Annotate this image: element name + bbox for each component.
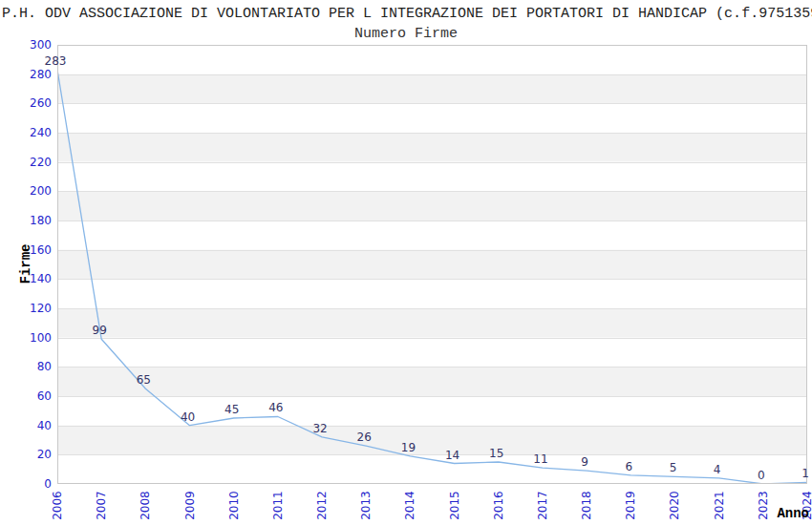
y-tick-label: 120 <box>0 302 52 316</box>
data-label: 99 <box>78 324 120 337</box>
x-tick-label: 2010 <box>226 487 241 525</box>
data-label: 283 <box>34 54 76 68</box>
data-label: 14 <box>432 449 474 462</box>
plot-band <box>57 220 807 250</box>
x-axis-title: Anno <box>777 506 809 521</box>
y-tick-label: 20 <box>0 448 52 462</box>
data-label: 9 <box>564 455 606 469</box>
y-tick-label: 100 <box>0 331 52 346</box>
plot-band <box>57 367 807 396</box>
data-label: 0 <box>740 469 782 482</box>
data-label: 40 <box>167 410 209 424</box>
x-tick-label: 2011 <box>270 487 285 525</box>
plot-band <box>57 45 807 74</box>
data-label: 19 <box>387 441 429 454</box>
x-tick-label: 2018 <box>580 487 594 525</box>
plot-band <box>57 162 807 192</box>
y-tick-label: 280 <box>0 68 52 82</box>
x-tick-label: 2015 <box>447 487 461 525</box>
y-tick-label: 80 <box>0 360 52 374</box>
y-tick-label: 240 <box>0 126 52 140</box>
x-tick-label: 2019 <box>624 487 638 525</box>
plot-band <box>57 308 807 338</box>
x-tick-label: 2009 <box>182 487 197 525</box>
y-tick-label: 180 <box>0 214 52 228</box>
data-label: 15 <box>476 447 518 460</box>
data-label: 4 <box>696 463 738 476</box>
chart-page: P.H. ODV ASSOCIAZIONE DI VOLONTARIATO PE… <box>0 0 812 525</box>
x-tick-label: 2021 <box>712 487 726 525</box>
y-tick-label: 40 <box>0 419 52 433</box>
plot-band <box>57 133 807 162</box>
x-tick-label: 2017 <box>535 487 549 525</box>
plot-band <box>57 103 807 133</box>
plot-band <box>57 338 807 368</box>
data-label: 46 <box>255 401 297 414</box>
x-tick-label: 2016 <box>491 487 505 525</box>
data-label: 6 <box>608 460 650 473</box>
plot-band <box>57 279 807 308</box>
chart-subtitle: Numero Firme <box>0 26 812 42</box>
y-axis-title: Firme <box>19 236 33 293</box>
y-tick-label: 0 <box>0 477 52 492</box>
data-label: 65 <box>122 373 164 387</box>
plot-band <box>57 74 807 104</box>
x-tick-label: 2008 <box>139 487 153 525</box>
data-label: 45 <box>211 403 253 416</box>
y-tick-label: 300 <box>0 38 52 52</box>
data-label: 26 <box>343 430 385 444</box>
x-tick-label: 2020 <box>668 487 682 525</box>
plot-band <box>57 250 807 280</box>
y-tick-label: 60 <box>0 389 52 404</box>
x-tick-label: 2023 <box>756 487 770 525</box>
y-tick-label: 220 <box>0 156 52 170</box>
x-tick-label: 2007 <box>95 487 109 525</box>
y-tick-label: 260 <box>0 96 52 111</box>
data-label: 32 <box>299 422 341 435</box>
y-tick-label: 200 <box>0 184 52 199</box>
plot-band <box>57 191 807 220</box>
data-label: 11 <box>520 452 562 466</box>
chart-title: P.H. ODV ASSOCIAZIONE DI VOLONTARIATO PE… <box>2 6 812 22</box>
x-tick-label: 2006 <box>51 487 65 525</box>
x-tick-label: 2012 <box>315 487 330 525</box>
data-label: 1 <box>784 467 812 480</box>
x-tick-label: 2014 <box>403 487 417 525</box>
data-label: 5 <box>652 461 694 474</box>
x-tick-label: 2013 <box>359 487 374 525</box>
